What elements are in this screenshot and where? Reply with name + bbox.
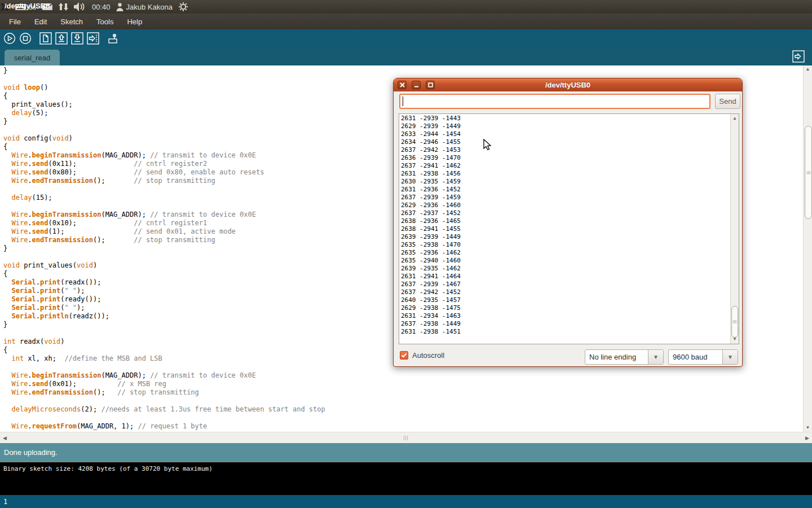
scroll-right-arrow[interactable]: ▶ (805, 435, 809, 441)
console-text: Binary sketch size: 4208 bytes (of a 307… (3, 465, 213, 472)
stop-button[interactable] (19, 32, 32, 45)
open-sketch-button[interactable] (55, 32, 68, 45)
code-line: void loop() (3, 84, 325, 92)
code-line: Serial.println(readz()); (3, 312, 325, 321)
menu-item-help[interactable]: Help (120, 15, 149, 29)
code-line: delay(15); (3, 194, 325, 202)
editor-vertical-scrollbar[interactable]: ▲ ▼ (803, 65, 812, 432)
code-line: { (3, 92, 325, 100)
network-arrows-icon[interactable] (59, 3, 68, 11)
upload-right-arrow-icon (87, 32, 99, 45)
line-ending-value: No line ending (585, 350, 648, 364)
serial-monitor-controls: Autoscroll No line ending ▼ 9600 baud ▼ (394, 344, 742, 366)
code-line (3, 329, 325, 338)
chevron-down-icon[interactable]: ▼ (722, 350, 738, 364)
panel-window-title: /dev/ttyUSB0 (5, 2, 50, 10)
scroll-down-arrow[interactable]: ▼ (806, 426, 810, 430)
ide-toolbar (0, 29, 812, 47)
send-button[interactable]: Send (715, 94, 740, 109)
serial-output-scrollbar[interactable]: ▲ ▼ (730, 114, 739, 344)
code-line: Wire.beginTransmission(MAG_ADDR); // tra… (3, 151, 325, 160)
code-line: Wire.requestFrom(MAG_ADDR, 1); // reques… (3, 422, 325, 431)
scroll-up-arrow[interactable]: ▲ (732, 116, 737, 121)
menubar-items: FileEditSketchToolsHelp (2, 15, 149, 29)
close-icon (400, 82, 405, 87)
code-line (3, 202, 325, 211)
menu-item-sketch[interactable]: Sketch (54, 15, 90, 29)
stop-icon (19, 32, 32, 45)
window-minimize-button[interactable] (412, 81, 421, 89)
tab-serial-read[interactable]: serial_read (5, 50, 60, 65)
code-line: Serial.print(ready()); (3, 295, 325, 304)
system-tray: cs 00:40 Jakub Kakona (0, 0, 812, 14)
code-line: Wire.send(0x11); // cntrl register2 (3, 160, 325, 168)
status-message: Done uploading. (4, 448, 58, 457)
autoscroll-label: Autoscroll (412, 351, 444, 360)
baud-rate-select[interactable]: 9600 baud ▼ (668, 349, 738, 365)
maximize-icon (428, 82, 433, 87)
user-name: Jakub Kakona (126, 3, 173, 11)
code-line (3, 185, 325, 194)
menu-item-edit[interactable]: Edit (28, 15, 54, 29)
menu-item-file[interactable]: File (2, 15, 28, 29)
serial-monitor-titlebar[interactable]: /dev/ttyUSB0 (394, 78, 742, 91)
autoscroll-checkbox[interactable] (400, 351, 408, 360)
verify-play-icon (3, 32, 16, 45)
checkmark-icon (401, 353, 407, 358)
arrow-cursor-icon (483, 139, 494, 151)
code-line: { (3, 270, 325, 278)
code-line: Serial.print(" "); (3, 287, 325, 295)
mouse-cursor (483, 139, 494, 154)
code-line: Serial.print(" "); (3, 304, 325, 312)
tab-label: serial_read (14, 54, 50, 62)
status-bar: Done uploading. (0, 443, 812, 462)
scroll-left-arrow[interactable]: ◀ (3, 435, 7, 441)
verify-button[interactable] (3, 32, 16, 45)
scroll-up-arrow[interactable]: ▲ (806, 67, 810, 72)
baud-rate-value: 9600 baud (669, 350, 722, 364)
menu-item-tools[interactable]: Tools (90, 15, 120, 29)
send-button-label: Send (719, 97, 736, 106)
code-line (3, 397, 325, 405)
serial-send-input[interactable] (399, 94, 710, 109)
editor-scrollbar-thumb[interactable] (805, 126, 812, 219)
code-line: Wire.send(0x01); // x MSB reg (3, 380, 325, 388)
code-line: { (3, 143, 325, 151)
minimize-icon (414, 82, 419, 87)
code-line: Wire.beginTransmission(MAG_ADDR); // tra… (3, 371, 325, 380)
editor-horizontal-scrollbar[interactable]: ◀ ▶ (0, 432, 812, 443)
serial-monitor-title: /dev/ttyUSB0 (545, 81, 590, 89)
code-line: int readx(void) (3, 338, 325, 346)
new-sketch-button[interactable] (39, 32, 52, 45)
user-menu[interactable]: Jakub Kakona (116, 3, 173, 11)
tab-menu-button[interactable] (792, 50, 805, 63)
code-line: delayMicroseconds(2); //needs at least 1… (3, 405, 325, 414)
code-line: } (3, 67, 325, 75)
serial-monitor-icon (107, 32, 120, 45)
code-line (3, 75, 325, 84)
tab-strip: serial_read (0, 47, 812, 65)
line-number-bar: 1 (0, 495, 812, 508)
code-line (3, 126, 325, 134)
save-sketch-button[interactable] (70, 32, 84, 45)
code-line (3, 414, 325, 422)
code-lines: } void loop(){ print_values(); delay(5);… (3, 67, 325, 431)
code-line: Wire.beginTransmission(MAG_ADDR); // tra… (3, 211, 325, 219)
code-line (3, 363, 325, 371)
serial-monitor-button[interactable] (107, 32, 120, 45)
window-close-button[interactable] (398, 81, 407, 89)
scroll-down-arrow[interactable]: ▼ (732, 337, 737, 341)
clock[interactable]: 00:40 (92, 3, 111, 11)
chevron-down-icon[interactable]: ▼ (648, 350, 663, 364)
code-line: Serial.print(readx()); (3, 278, 325, 287)
upload-button[interactable] (86, 32, 100, 45)
line-ending-select[interactable]: No line ending ▼ (585, 349, 664, 365)
code-line: Wire.send(0x80); // send 0x80, enable au… (3, 168, 325, 177)
code-line: Wire.endTransmission(); // stop transmit… (3, 388, 325, 397)
window-maximize-button[interactable] (426, 81, 435, 89)
code-line: void config(void) (3, 134, 325, 143)
serial-scrollbar-thumb[interactable] (731, 306, 738, 338)
serial-output-area: 2631 -2939 -1443 2629 -2939 -1449 2633 -… (399, 113, 739, 344)
volume-icon[interactable] (74, 2, 86, 11)
session-gear-icon[interactable] (178, 2, 188, 12)
